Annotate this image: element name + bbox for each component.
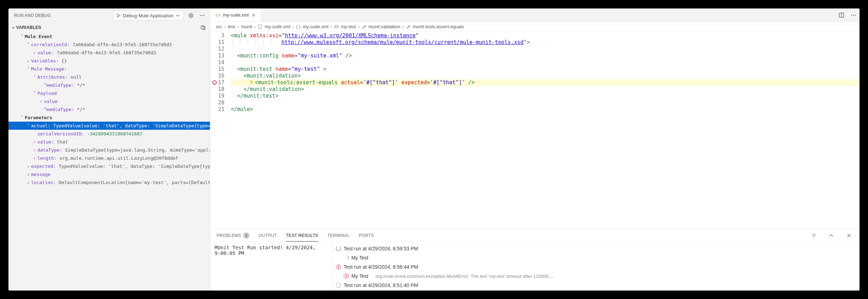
tree-item-length[interactable]: ›length: org.mule.runtime.api.util.LazyL… bbox=[8, 154, 210, 162]
tree-item-datatype[interactable]: ›dataType: SimpleDataType{type=java.lang… bbox=[8, 146, 210, 154]
debug-sidebar: RUN AND DEBUG Debug Mule Application bbox=[8, 8, 210, 291]
play-icon bbox=[116, 13, 121, 18]
key-label: value: bbox=[37, 50, 54, 55]
bc-t1[interactable]: my-test bbox=[341, 24, 356, 29]
tree-item-value[interactable]: ›value: 7a06dabd-dffe-4e13-9fe5-168f35e7… bbox=[8, 49, 210, 57]
tree-item-payload[interactable]: ˅Payload bbox=[8, 89, 210, 97]
execution-pointer-icon bbox=[250, 80, 254, 84]
breadcrumb[interactable]: src› test› munit› my-suite.xml› { } my-s… bbox=[210, 22, 860, 32]
file-icon bbox=[258, 24, 263, 29]
line-num: 15 bbox=[210, 66, 228, 73]
tree-item-mule-message[interactable]: ˅Mule Message: bbox=[8, 65, 210, 73]
test-run-row[interactable]: Test run at 4/29/2024, 8:59:53 PM bbox=[336, 244, 856, 253]
tab-problems[interactable]: PROBLEMS2 bbox=[217, 230, 249, 242]
tree-item-location[interactable]: ›location: DefaultComponentLocation{name… bbox=[8, 178, 210, 187]
svg-point-7 bbox=[853, 14, 854, 16]
line-num: 18 bbox=[210, 86, 228, 93]
variables-title: VARIABLES bbox=[16, 25, 41, 30]
bottom-panel-tabs: PROBLEMS2 OUTPUT TEST RESULTS TERMINAL P… bbox=[210, 230, 860, 242]
val-label: org.mule.runtime.api.util.LazyLong@30f8d… bbox=[60, 155, 179, 161]
xml-file-icon bbox=[215, 13, 220, 18]
close-icon[interactable] bbox=[252, 13, 256, 17]
test-runs-list: Test run at 4/29/2024, 8:59:53 PM My Tes… bbox=[332, 242, 860, 291]
debug-config-label: Debug Mule Application bbox=[123, 13, 174, 18]
test-run-row[interactable]: My Test org.mule.munit.common.exception.… bbox=[336, 271, 856, 281]
code-body[interactable]: <mule xmlns:xsi="http://www.w3.org/2001/… bbox=[228, 32, 860, 229]
tab-output[interactable]: OUTPUT bbox=[259, 230, 277, 242]
tab-ports[interactable]: PORTS bbox=[359, 230, 374, 242]
tree-item-value2[interactable]: ›value bbox=[8, 97, 210, 105]
spinner-icon bbox=[336, 246, 341, 251]
bc-test[interactable]: test bbox=[228, 24, 235, 29]
braces-icon: { } bbox=[296, 24, 300, 29]
svg-point-3 bbox=[204, 15, 205, 16]
svg-point-6 bbox=[851, 14, 852, 16]
debug-config-button[interactable]: Debug Mule Application bbox=[113, 11, 184, 20]
filter-icon[interactable] bbox=[809, 231, 818, 240]
test-run-row[interactable]: Test run at 4/29/2024, 8:56:44 PM bbox=[336, 262, 856, 271]
val-label: null bbox=[71, 74, 82, 80]
error-icon bbox=[344, 274, 349, 279]
mule-event-label: Mule Event bbox=[25, 34, 52, 39]
error-icon bbox=[336, 264, 341, 269]
tree-item-mediatype2[interactable]: ›^mediaType: */* bbox=[8, 105, 210, 114]
val-label: DefaultComponentLocation{name='my-test',… bbox=[59, 180, 210, 185]
bc-munit[interactable]: munit bbox=[241, 24, 252, 29]
bc-t3[interactable]: munit-tools:assert-equals bbox=[413, 24, 464, 29]
val-label: */* bbox=[77, 107, 85, 112]
val-label: */* bbox=[77, 83, 85, 88]
key-label: correlationId: bbox=[31, 42, 70, 47]
close-icon[interactable] bbox=[845, 231, 853, 240]
tree-item-correlation-id[interactable]: ˅correlationId: 7a06dabd-dffe-4e13-9fe5-… bbox=[8, 41, 210, 49]
parameters-label: Parameters bbox=[25, 115, 52, 120]
wrench-icon bbox=[362, 24, 366, 29]
more-icon[interactable] bbox=[848, 8, 860, 22]
tree-item-mule-event[interactable]: ˅Mule Event bbox=[8, 32, 210, 41]
variables-section-header[interactable]: VARIABLES bbox=[8, 23, 210, 32]
code-editor[interactable]: 3 11 12 13 14 15 16 17 18 19 20 21 <mule… bbox=[210, 32, 860, 229]
bc-ns[interactable]: my-suite.xml bbox=[303, 24, 328, 29]
key-label: Payload bbox=[37, 91, 57, 96]
bc-src[interactable]: src bbox=[216, 24, 222, 29]
tree-item-attributes[interactable]: ˅Attributes: null bbox=[8, 73, 210, 81]
line-gutter: 3 11 12 13 14 15 16 17 18 19 20 21 bbox=[210, 32, 228, 229]
tree-item-parameters[interactable]: ˅Parameters bbox=[8, 114, 210, 122]
tree-item-variables[interactable]: ›Variables: {} bbox=[8, 57, 210, 65]
chevron-down-icon bbox=[176, 13, 180, 18]
bc-t2[interactable]: munit:validation bbox=[368, 24, 400, 29]
collapse-all-icon[interactable] bbox=[199, 23, 207, 32]
variables-tree: ˅Mule Event ˅correlationId: 7a06dabd-dff… bbox=[8, 32, 210, 188]
line-num: 14 bbox=[210, 59, 228, 66]
key-label: value bbox=[44, 99, 58, 104]
line-num: 11 bbox=[210, 39, 228, 46]
val-label: {} bbox=[61, 58, 67, 63]
bottom-panel: PROBLEMS2 OUTPUT TEST RESULTS TERMINAL P… bbox=[210, 229, 860, 291]
split-editor-icon[interactable] bbox=[836, 8, 848, 22]
tree-item-value3[interactable]: ›value: that bbox=[8, 138, 210, 146]
val-label: TypedValue[value: 'that', dataType: 'Sim… bbox=[53, 123, 210, 128]
tree-item-mediatype[interactable]: ›^mediaType: */* bbox=[8, 81, 210, 89]
tab-terminal[interactable]: TERMINAL bbox=[327, 230, 350, 242]
tab-my-suite[interactable]: my-suite.xml bbox=[210, 8, 261, 22]
tree-item-actual[interactable]: ˅actual: TypedValue[value: 'that', dataT… bbox=[8, 122, 210, 130]
val-label: 7a06dabd-dffe-4e13-9fe5-168f35e7d0d3 bbox=[72, 42, 172, 47]
more-icon[interactable] bbox=[198, 11, 206, 20]
gear-icon[interactable] bbox=[187, 11, 195, 20]
tree-item-expected[interactable]: ›expected: TypedValue[value: 'that', dat… bbox=[8, 162, 210, 170]
tree-item-suid[interactable]: ›serialVersionUID: -3428994331968741687 bbox=[8, 130, 210, 138]
svg-point-1 bbox=[200, 15, 201, 16]
tab-test-results[interactable]: TEST RESULTS bbox=[286, 230, 318, 242]
test-console[interactable]: MUnit Test Run started! 4/29/2024, 9:00:… bbox=[210, 242, 332, 291]
key-label: actual: bbox=[31, 123, 50, 128]
test-run-row[interactable]: Test run at 4/29/2024, 8:51:40 PM bbox=[336, 281, 856, 290]
line-num: 20 bbox=[210, 99, 228, 106]
test-run-row[interactable]: My Test bbox=[336, 253, 856, 262]
val-label: that bbox=[57, 139, 68, 145]
breakpoint-icon[interactable] bbox=[212, 80, 217, 85]
spinner-icon bbox=[344, 255, 349, 260]
tree-item-message[interactable]: ›message bbox=[8, 170, 210, 178]
key-label: expected: bbox=[31, 164, 56, 169]
key-label: value: bbox=[37, 139, 54, 145]
bc-file[interactable]: my-suite.xml bbox=[265, 24, 290, 29]
chevron-up-icon[interactable] bbox=[827, 231, 836, 240]
